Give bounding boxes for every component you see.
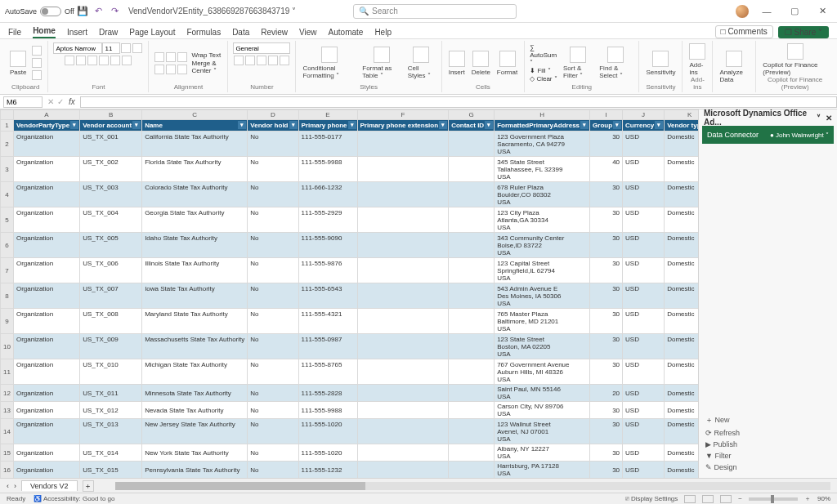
column-header[interactable]: J — [623, 110, 665, 120]
zoom-in-icon[interactable]: ＋ — [804, 494, 811, 503]
zoom-out-icon[interactable]: − — [738, 495, 742, 502]
filter-icon[interactable]: ▾ — [439, 121, 447, 129]
row-header[interactable]: 15 — [1, 444, 14, 462]
tab-help[interactable]: Help — [374, 28, 392, 38]
bold-icon[interactable] — [65, 56, 74, 65]
sort-filter-button[interactable]: Sort & Filter ˅ — [562, 47, 594, 79]
fill-color-icon[interactable] — [110, 56, 120, 65]
column-header[interactable]: I — [590, 110, 623, 120]
filter-icon[interactable]: ▾ — [289, 121, 298, 129]
column-header[interactable]: A — [13, 110, 79, 120]
view-pagelayout-icon[interactable] — [702, 495, 714, 503]
inc-decimal-icon[interactable] — [268, 56, 278, 65]
close-button[interactable]: ✕ — [812, 6, 832, 16]
tab-data[interactable]: Data — [232, 28, 249, 38]
table-row[interactable]: 10OrganizationUS_TX_009Massachusetts Sta… — [1, 334, 699, 359]
table-column-header[interactable]: Primary phone▾ — [298, 120, 357, 132]
table-row[interactable]: 4OrganizationUS_TX_003Colorado State Tax… — [1, 182, 699, 207]
table-row[interactable]: 8OrganizationUS_TX_007Iowa State Tax Aut… — [1, 283, 699, 309]
view-pagebreak-icon[interactable] — [720, 495, 732, 503]
horizontal-scrollbar[interactable] — [115, 482, 830, 490]
filter-icon[interactable]: ▾ — [238, 121, 246, 129]
align-mid-icon[interactable] — [166, 52, 176, 62]
table-row[interactable]: 7OrganizationUS_TX_006Illinois State Tax… — [1, 258, 699, 283]
conditional-formatting-button[interactable]: Conditional Formatting ˅ — [301, 47, 357, 79]
save-icon[interactable]: 💾 — [77, 6, 88, 17]
pane-filter-button[interactable]: ▼ Filter — [705, 452, 830, 460]
filter-icon[interactable]: ▾ — [655, 121, 663, 129]
zoom-level[interactable]: 90% — [817, 495, 830, 502]
dec-decimal-icon[interactable] — [280, 56, 289, 65]
tab-home[interactable]: Home — [33, 26, 56, 38]
table-row[interactable]: 5OrganizationUS_TX_004Georgia State Tax … — [1, 207, 699, 233]
comma-icon[interactable] — [257, 56, 266, 65]
table-column-header[interactable]: Primary phone extension▾ — [357, 120, 449, 132]
formula-input[interactable] — [80, 96, 837, 108]
align-right-icon[interactable] — [177, 65, 187, 74]
pane-publish-button[interactable]: ▶ Publish — [705, 440, 830, 448]
accessibility-status[interactable]: ♿ Accessibility: Good to go — [34, 495, 114, 502]
filename[interactable]: VendVendorV2Entity_638669287663843719 ˅ — [128, 7, 296, 16]
table-column-header[interactable]: FormattedPrimaryAddress▾ — [495, 120, 590, 132]
minimize-button[interactable]: — — [757, 7, 777, 16]
row-header[interactable]: 10 — [1, 334, 14, 359]
clear-button[interactable]: ◇ Clear ˅ — [530, 75, 558, 83]
table-row[interactable]: 3OrganizationUS_TX_002Florida State Tax … — [1, 157, 699, 182]
column-header[interactable]: G — [449, 110, 495, 120]
table-row[interactable]: 6OrganizationUS_TX_005Idaho State Tax Au… — [1, 233, 699, 258]
row-header[interactable]: 2 — [1, 132, 14, 157]
table-column-header[interactable]: Vendor type▾ — [665, 120, 698, 132]
table-row[interactable]: 15OrganizationUS_TX_014New York State Ta… — [1, 444, 699, 462]
add-sheet-button[interactable]: ＋ — [83, 480, 94, 492]
search-input[interactable]: 🔍 Search — [353, 4, 517, 19]
zoom-slider[interactable] — [749, 497, 798, 501]
tab-draw[interactable]: Draw — [99, 28, 118, 38]
tab-page-layout[interactable]: Page Layout — [129, 28, 175, 38]
sheet-nav-prev-icon[interactable]: ‹ — [7, 482, 9, 490]
pane-new-button[interactable]: ＋ New — [705, 415, 830, 426]
format-cells-button[interactable]: Format — [495, 51, 519, 76]
tab-view[interactable]: View — [299, 28, 317, 38]
copilot-finance-button[interactable]: Copilot for Finance (Preview) — [761, 43, 829, 76]
tab-formulas[interactable]: Formulas — [186, 28, 221, 38]
filter-icon[interactable]: ▾ — [580, 121, 589, 129]
column-header[interactable]: E — [298, 110, 357, 120]
format-painter-icon[interactable] — [32, 70, 42, 80]
currency-icon[interactable] — [234, 56, 244, 65]
pane-refresh-button[interactable]: ⟳ Refresh — [705, 429, 830, 437]
table-column-header[interactable]: Group▾ — [590, 120, 623, 132]
align-bot-icon[interactable] — [177, 52, 187, 62]
addins-button[interactable]: Add-ins — [687, 43, 707, 76]
column-header[interactable]: K — [665, 110, 698, 120]
table-row[interactable]: 11OrganizationUS_TX_010Michigan State Ta… — [1, 359, 699, 385]
fx-icon[interactable]: fx — [69, 97, 75, 106]
pane-design-button[interactable]: ✎ Design — [705, 463, 830, 471]
maximize-button[interactable]: ▢ — [785, 6, 804, 16]
undo-icon[interactable]: ↶ — [93, 6, 105, 17]
percent-icon[interactable] — [245, 56, 255, 65]
redo-icon[interactable]: ↷ — [110, 6, 121, 17]
sheet-tab-active[interactable]: Vendors V2 — [21, 480, 78, 491]
row-header[interactable]: 3 — [1, 157, 14, 182]
row-header[interactable]: 1 — [1, 120, 14, 132]
column-header[interactable]: C — [142, 110, 248, 120]
underline-icon[interactable] — [87, 56, 97, 65]
find-select-button[interactable]: Find & Select ˅ — [598, 47, 633, 79]
insert-cells-button[interactable]: Insert — [447, 51, 467, 76]
view-normal-icon[interactable] — [684, 495, 696, 503]
autosum-button[interactable]: ∑ AutoSum ˅ — [530, 44, 558, 66]
tab-file[interactable]: File — [8, 28, 21, 38]
tab-insert[interactable]: Insert — [67, 28, 87, 38]
filter-icon[interactable]: ▾ — [348, 121, 356, 129]
enter-formula-icon[interactable]: ✓ — [57, 97, 64, 106]
table-row[interactable]: 12OrganizationUS_TX_011Minnesota State T… — [1, 385, 699, 402]
pane-close-icon[interactable]: ✕ — [826, 114, 832, 123]
worksheet[interactable]: ABCDEFGHIJKLM1VendorPartyType▾Vendor acc… — [0, 109, 698, 478]
column-header[interactable]: B — [80, 110, 142, 120]
table-row[interactable]: 2OrganizationUS_TX_001California State T… — [1, 132, 699, 157]
wrap-text-button[interactable]: Wrap Text — [191, 51, 222, 59]
analyze-data-button[interactable]: Analyze Data — [718, 51, 750, 83]
table-row[interactable]: 16OrganizationUS_TX_015Pennsylvania Stat… — [1, 462, 699, 479]
share-button[interactable]: ❐ Share ˅ — [778, 26, 829, 38]
table-row[interactable]: 9OrganizationUS_TX_008Maryland State Tax… — [1, 309, 699, 334]
